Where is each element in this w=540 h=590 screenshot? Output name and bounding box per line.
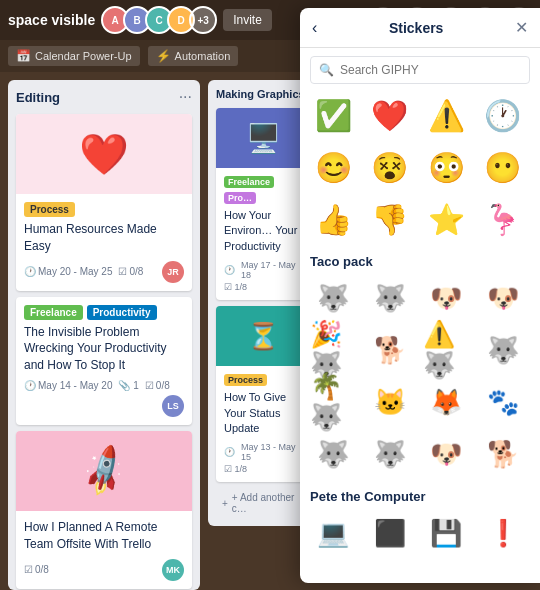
checklist-icon: ☑ (118, 266, 127, 277)
search-input[interactable] (340, 63, 521, 77)
list-title-editing: Editing (16, 90, 60, 105)
calendar-icon: 📅 (16, 49, 31, 63)
search-box[interactable]: 🔍 (310, 56, 530, 84)
sticker-check[interactable]: ✅ (310, 92, 356, 138)
taco-sticker-grid: 🐺 🐺 🐶 🐶 🎉🐺 🐕 ⚠️🐺 🐺 🌴🐺 🐱 🦊 🐾 🐺 🐺 🐶 🐕 (310, 275, 530, 477)
list-editing: Editing ··· ❤️ Process Human Resources M… (8, 80, 200, 590)
close-button[interactable]: ✕ (515, 18, 528, 37)
card-date: 🕐 May 20 - May 25 (24, 266, 112, 277)
panel-header: ‹ Stickers ✕ (300, 8, 540, 48)
taco-sticker-11[interactable]: 🦊 (423, 379, 469, 425)
sticker-neutral[interactable]: 😶 (480, 144, 526, 190)
taco-sticker-10[interactable]: 🐱 (367, 379, 413, 425)
sticker-star[interactable]: ⭐ (423, 196, 469, 242)
card-avatar: JR (162, 261, 184, 283)
taco-sticker-9[interactable]: 🌴🐺 (310, 379, 356, 425)
label-process: Process (224, 374, 267, 386)
list-header-graphics: Making Graphics (216, 88, 310, 100)
sticker-dizzy[interactable]: 😵 (367, 144, 413, 190)
card-remote-offsite[interactable]: 🚀 How I Planned A Remote Team Offsite Wi… (16, 431, 192, 589)
card-cover-env: 🖥️ (216, 108, 310, 168)
card-environment[interactable]: 🖥️ Freelance Pro… How Your Environ… Your… (216, 108, 310, 300)
pete-sticker-3[interactable]: 💾 (423, 510, 469, 556)
label-productivity: Productivity (87, 305, 157, 320)
card-checklist: ☑ 1/8 (224, 464, 302, 474)
basic-sticker-grid: ✅ ❤️ ⚠️ 🕐 😊 😵 😳 😶 👍 👎 ⭐ 🦩 (310, 92, 530, 242)
taco-sticker-4[interactable]: 🐶 (480, 275, 526, 321)
taco-sticker-1[interactable]: 🐺 (310, 275, 356, 321)
card-checklist: ☑ 0/8 (145, 380, 170, 391)
sticker-scroll[interactable]: ✅ ❤️ ⚠️ 🕐 😊 😵 😳 😶 👍 👎 ⭐ 🦩 Taco pack 🐺 🐺 … (300, 92, 540, 583)
taco-sticker-2[interactable]: 🐺 (367, 275, 413, 321)
sticker-thumbsdown[interactable]: 👎 (367, 196, 413, 242)
card-meta: 🕐 May 20 - May 25 ☑ 0/8 (24, 266, 143, 277)
pete-sticker-1[interactable]: 💻 (310, 510, 356, 556)
pete-sticker-4[interactable]: ❗ (480, 510, 526, 556)
card-checklist: ☑ 0/8 (24, 564, 49, 575)
pete-sticker-grid: 💻 ⬛ 💾 ❗ (310, 510, 530, 556)
sticker-flamingo[interactable]: 🦩 (480, 196, 526, 242)
card-footer: 🕐 May 14 - May 20 📎 1 ☑ 0/8 LS (24, 380, 184, 417)
card-meta: 🕐 May 13 - May 15 (224, 442, 302, 462)
sticker-thumbsup[interactable]: 👍 (310, 196, 356, 242)
card-human-resources[interactable]: ❤️ Process Human Resources Made Easy 🕐 M… (16, 114, 192, 291)
card-footer: ☑ 0/8 MK (24, 559, 184, 581)
status-emoji: ⏳ (247, 321, 279, 352)
card-labels: Process (224, 374, 302, 386)
card-title-hr: Human Resources Made Easy (24, 221, 184, 255)
checklist-icon: ☑ (24, 564, 33, 575)
card-meta: 🕐 May 17 - May 18 (224, 260, 302, 280)
top-bar-left: space visible A B C D +3 Invite (8, 6, 272, 34)
calendar-label: Calendar Power-Up (35, 50, 132, 62)
card-avatar: LS (162, 395, 184, 417)
card-title-offsite: How I Planned A Remote Team Offsite With… (24, 519, 184, 553)
label-freelance: Freelance (224, 176, 274, 188)
clock-icon: 🕐 (224, 265, 235, 275)
invite-button[interactable]: Invite (223, 9, 272, 31)
clock-icon: 🕐 (24, 380, 36, 391)
automation-powerup[interactable]: ⚡ Automation (148, 46, 239, 66)
list-header-editing: Editing ··· (16, 88, 192, 106)
checklist-icon: ☑ (145, 380, 154, 391)
sticker-panel: ‹ Stickers ✕ 🔍 ✅ ❤️ ⚠️ 🕐 😊 😵 😳 😶 👍 👎 ⭐ 🦩… (300, 8, 540, 583)
taco-sticker-14[interactable]: 🐺 (367, 431, 413, 477)
card-labels: Process (24, 202, 184, 217)
taco-sticker-16[interactable]: 🐕 (480, 431, 526, 477)
taco-sticker-8[interactable]: 🐺 (480, 327, 526, 373)
search-icon: 🔍 (319, 63, 334, 77)
list-menu-editing[interactable]: ··· (179, 88, 192, 106)
card-invisible-problem[interactable]: Freelance Productivity The Invisible Pro… (16, 297, 192, 425)
sticker-heart[interactable]: ❤️ (367, 92, 413, 138)
sticker-flushed[interactable]: 😳 (423, 144, 469, 190)
taco-sticker-5[interactable]: 🎉🐺 (310, 327, 356, 373)
clock-icon: 🕐 (224, 447, 235, 457)
taco-sticker-15[interactable]: 🐶 (423, 431, 469, 477)
panel-title: Stickers (389, 20, 443, 36)
sticker-clock[interactable]: 🕐 (480, 92, 526, 138)
card-title-status: How To Give Your Status Update (224, 390, 302, 436)
automation-icon: ⚡ (156, 49, 171, 63)
add-card-graphics[interactable]: + + Add another c… (216, 488, 310, 518)
card-date: 🕐 May 14 - May 20 (24, 380, 112, 391)
card-cover-status: ⏳ (216, 306, 310, 366)
taco-sticker-13[interactable]: 🐺 (310, 431, 356, 477)
pete-sticker-2[interactable]: ⬛ (367, 510, 413, 556)
card-title-invisible: The Invisible Problem Wrecking Your Prod… (24, 324, 184, 374)
pete-section-title: Pete the Computer (310, 489, 530, 504)
calendar-powerup[interactable]: 📅 Calendar Power-Up (8, 46, 140, 66)
label-freelance: Freelance (24, 305, 83, 320)
sticker-warning[interactable]: ⚠️ (423, 92, 469, 138)
taco-sticker-7[interactable]: ⚠️🐺 (423, 327, 469, 373)
taco-sticker-6[interactable]: 🐕 (367, 327, 413, 373)
card-cover-heart: ❤️ (16, 114, 192, 194)
sticker-smile[interactable]: 😊 (310, 144, 356, 190)
taco-sticker-12[interactable]: 🐾 (480, 379, 526, 425)
card-checklist: ☑ 1/8 (224, 282, 302, 292)
card-status-update[interactable]: ⏳ Process How To Give Your Status Update… (216, 306, 310, 482)
rocket-icon: 🚀 (74, 442, 134, 501)
card-labels: Freelance Pro… (224, 176, 302, 204)
back-button[interactable]: ‹ (312, 19, 317, 37)
card-labels: Freelance Productivity (24, 305, 184, 320)
taco-section-title: Taco pack (310, 254, 530, 269)
taco-sticker-3[interactable]: 🐶 (423, 275, 469, 321)
